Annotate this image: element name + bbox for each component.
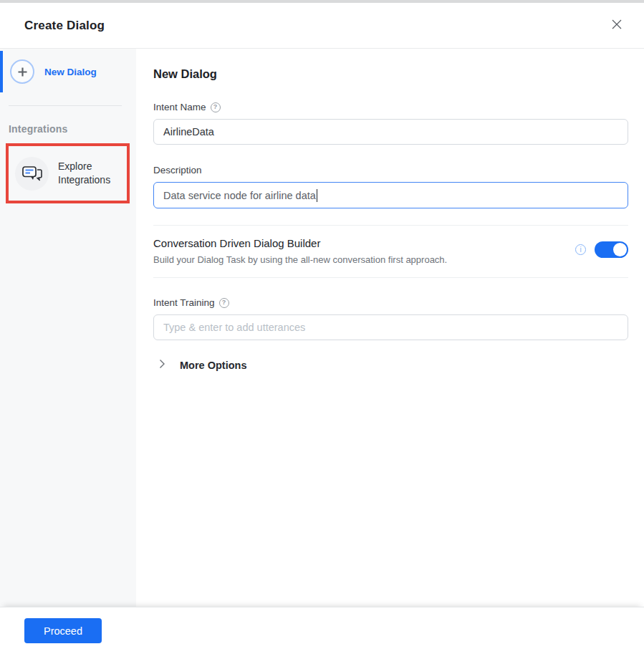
- sidebar-item-new-dialog[interactable]: New Dialog: [0, 51, 136, 92]
- plus-icon: [10, 59, 34, 84]
- sidebar-item-label: New Dialog: [44, 67, 97, 77]
- sidebar-item-label: Explore Integrations: [58, 160, 124, 187]
- info-icon[interactable]: i: [575, 244, 586, 255]
- proceed-button[interactable]: Proceed: [24, 618, 102, 643]
- cdd-builder-subtitle: Build your Dialog Task by using the all-…: [153, 254, 447, 265]
- more-options-label: More Options: [180, 360, 246, 371]
- sidebar-divider: [9, 105, 122, 106]
- section-divider: [153, 277, 628, 278]
- description-label: Description: [153, 165, 202, 175]
- description-input[interactable]: Data service node for airline data: [153, 182, 628, 208]
- sidebar: New Dialog Integrations Expl: [0, 49, 136, 607]
- cdd-builder-row: Conversation Driven Dialog Builder Build…: [153, 226, 628, 277]
- create-dialog-modal: Create Dialog New Dialog Integrati: [0, 0, 644, 654]
- intent-training-label: Intent Training: [153, 297, 215, 308]
- modal-footer: Proceed: [0, 607, 644, 654]
- cdd-builder-toggle[interactable]: [595, 241, 628, 258]
- modal-title: Create Dialog: [24, 19, 105, 33]
- more-options-expander[interactable]: More Options: [153, 359, 628, 372]
- modal-header: Create Dialog: [0, 3, 644, 49]
- red-annotation-highlight: Explore Integrations: [6, 143, 130, 203]
- cdd-builder-title: Conversation Driven Dialog Builder: [153, 237, 447, 249]
- description-value: Data service node for airline data: [163, 190, 316, 201]
- active-indicator-bar: [0, 51, 3, 92]
- sidebar-item-explore-integrations[interactable]: Explore Integrations: [9, 157, 124, 191]
- close-button[interactable]: [609, 18, 625, 34]
- form-panel: New Dialog Intent Name ? Description Dat…: [136, 49, 644, 607]
- chat-bubbles-icon: [15, 157, 49, 191]
- help-icon[interactable]: ?: [219, 298, 229, 308]
- help-icon[interactable]: ?: [211, 102, 221, 112]
- cdd-builder-text: Conversation Driven Dialog Builder Build…: [153, 237, 447, 265]
- text-cursor: [317, 189, 318, 202]
- chevron-right-icon: [158, 359, 165, 372]
- toggle-knob: [613, 243, 627, 256]
- intent-training-input[interactable]: [153, 314, 628, 340]
- close-icon: [611, 19, 623, 32]
- modal-body: New Dialog Integrations Expl: [0, 49, 644, 607]
- integrations-section-label: Integrations: [9, 123, 136, 135]
- intent-name-input[interactable]: [153, 119, 628, 145]
- form-heading: New Dialog: [153, 67, 628, 81]
- intent-name-label: Intent Name: [153, 102, 206, 112]
